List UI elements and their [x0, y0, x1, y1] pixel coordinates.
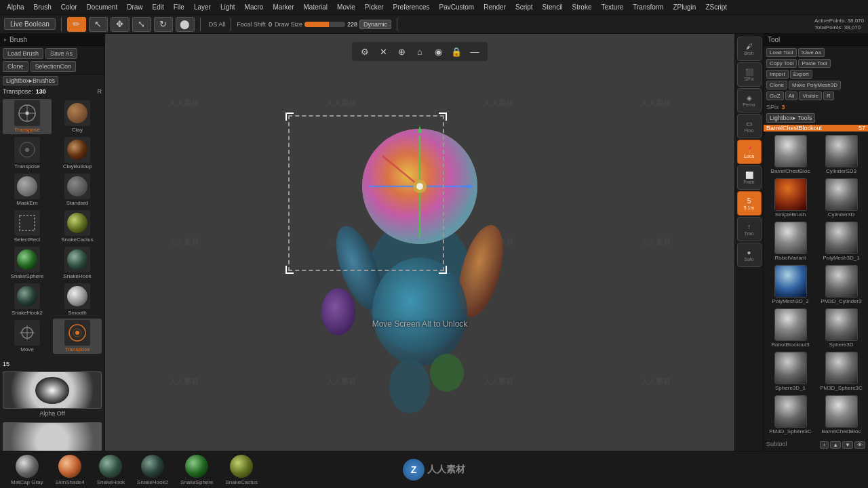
brush-item-selectrect[interactable]: SelectRect: [3, 209, 52, 244]
vp-target-icon[interactable]: ⊕: [394, 44, 409, 59]
subtool-arrow-up[interactable]: ▲: [830, 441, 841, 449]
visible-button[interactable]: Visible: [799, 92, 821, 100]
paste-tool-button[interactable]: Paste Tool: [798, 59, 830, 68]
brush-item-snakehook2[interactable]: SnakeHook2: [3, 282, 52, 317]
tool-barrel-chest-2[interactable]: BarrelChestBloc: [816, 394, 866, 436]
dynamic-button[interactable]: Dynamic: [359, 20, 391, 29]
tool-load-button[interactable]: Load Tool: [766, 48, 797, 57]
menu-item-layer[interactable]: Layer: [190, 2, 215, 12]
brush-item-maskeraser[interactable]: MaskErn: [3, 172, 52, 207]
move-icon[interactable]: ✥: [111, 17, 130, 32]
menu-item-macro[interactable]: Macro: [241, 2, 268, 12]
tool-cylinder3d[interactable]: CylinderSD3: [816, 134, 866, 176]
brush-item-claybuildup[interactable]: ClayBuildup: [53, 136, 102, 171]
menu-item-light[interactable]: Light: [216, 2, 239, 12]
tool-polymesh3d1[interactable]: PolyMesh3D_1: [816, 220, 866, 262]
tool-robotvariant[interactable]: RobotVariant: [766, 220, 815, 262]
lightbox-brushes-btn[interactable]: Lightbox▸Brushes: [3, 76, 58, 85]
subtool-add-button[interactable]: +: [820, 441, 829, 449]
clone-tool-button[interactable]: Clone: [766, 81, 787, 89]
brush-item-standard[interactable]: Standard: [53, 172, 102, 207]
menu-item-zplugin[interactable]: ZPlugin: [669, 2, 700, 12]
matcap-snakecactus[interactable]: SnakeCactus: [220, 453, 263, 487]
save-as-button[interactable]: Save As: [45, 48, 77, 59]
brush-item-clay[interactable]: Clay: [53, 99, 102, 134]
spix-icon-btn[interactable]: ⬛ SPix: [737, 62, 762, 87]
copy-tool-button[interactable]: Copy Tool: [766, 59, 797, 68]
tool-robotblockout3[interactable]: RobotBlockout3: [766, 307, 815, 349]
menu-item-draw[interactable]: Draw: [123, 2, 146, 12]
tool-barrel-chest-blockout[interactable]: BarrelChestBloc: [766, 134, 815, 176]
goz-button[interactable]: GoZ: [766, 92, 784, 100]
rotate-icon[interactable]: ↻: [154, 17, 173, 32]
menu-item-preferences[interactable]: Preferences: [389, 2, 434, 12]
brush-item-transpose3[interactable]: Transpose: [53, 319, 102, 354]
solo-icon-btn[interactable]: ● Solo: [737, 243, 762, 267]
export-button[interactable]: Export: [790, 70, 812, 79]
matcap-matcap-gray[interactable]: MatCap Gray: [5, 453, 49, 487]
fram-icon-btn[interactable]: ⬜ Fram: [737, 165, 762, 190]
brush-item-transpose2[interactable]: Transpose: [3, 136, 52, 171]
menu-item-material[interactable]: Material: [300, 2, 332, 12]
brush-item-move[interactable]: Move: [3, 319, 52, 354]
load-brush-button[interactable]: Load Brush: [3, 48, 43, 59]
floo-icon-btn[interactable]: ▭ Floo: [737, 114, 762, 138]
menu-item-marker[interactable]: Marker: [269, 2, 298, 12]
tool-pm3d-sphere3c[interactable]: PM3D_Sphere3C: [816, 350, 866, 392]
brush-item-snakehook[interactable]: SnakeHook: [53, 245, 102, 281]
subtool-arrow-down[interactable]: ▼: [842, 441, 853, 449]
loca-icon-btn[interactable]: 📍 Loca: [737, 140, 762, 164]
menu-item-stencil[interactable]: Stencil: [538, 2, 567, 12]
clone-brush-button[interactable]: Clone: [3, 61, 28, 72]
tool-polymesh3d2[interactable]: PolyMesh3D_2: [766, 264, 815, 306]
menu-item-transform[interactable]: Transform: [629, 2, 667, 12]
5lm-icon-btn[interactable]: 5 5.1m: [737, 191, 762, 216]
brush-item-snakesphere[interactable]: SnakeSphere: [3, 245, 52, 281]
menu-item-file[interactable]: File: [170, 2, 189, 12]
tool-save-as-button[interactable]: Save As: [798, 48, 825, 57]
menu-item-brush[interactable]: Brush: [30, 2, 56, 12]
make-polymesh-button[interactable]: Make PolyMesh3D: [789, 81, 841, 89]
draw-mode-icon[interactable]: ✏: [67, 17, 86, 32]
tran-icon-btn[interactable]: ↑ Tran: [737, 217, 762, 241]
menu-item-movie[interactable]: Movie: [333, 2, 359, 12]
selection-con-button[interactable]: SelectionCon: [31, 61, 77, 72]
vp-camera-icon[interactable]: ◉: [431, 44, 446, 59]
brush-item-snakecactus[interactable]: SnakeCactus: [53, 209, 102, 244]
menu-item-texture[interactable]: Texture: [597, 2, 627, 12]
viewport[interactable]: 人人素材 人人素材 人人素材 人人素材 人人素材 人人素材 人人素材 人人素材 …: [105, 34, 734, 451]
menu-item-document[interactable]: Document: [83, 2, 122, 12]
brush-item-smooth[interactable]: Smooth: [53, 282, 102, 317]
pemo-icon-btn[interactable]: ◈ Pemo: [737, 88, 762, 113]
matcap-snakehook2[interactable]: SnakeHook2: [132, 453, 174, 487]
vp-lock-icon[interactable]: 🔒: [449, 44, 464, 59]
menu-item-picker[interactable]: Picker: [361, 2, 388, 12]
r-button[interactable]: R: [823, 92, 834, 100]
menu-item-alpha[interactable]: Alpha: [3, 2, 28, 12]
alpha-preview[interactable]: [3, 371, 102, 409]
menu-item-zscript[interactable]: ZScript: [701, 2, 731, 12]
menu-item-render[interactable]: Render: [479, 2, 510, 12]
vp-minus-icon[interactable]: —: [467, 44, 482, 59]
tool-simplebrush[interactable]: SimpleBrush: [766, 177, 815, 219]
tool-pm3d-sphere3c2[interactable]: PM3D_Sphere3C: [766, 394, 815, 436]
all-button[interactable]: All: [785, 92, 798, 100]
lightbox-button[interactable]: Lightbox▸ Tools: [766, 113, 815, 123]
tool-pm3d-cylinder3[interactable]: PM3D_Cylinder3: [816, 264, 866, 306]
brush-item-transpose[interactable]: Transpose: [3, 99, 52, 134]
cursor-icon[interactable]: ↖: [89, 17, 108, 32]
matcap-snakesphere[interactable]: SnakeSphere: [175, 453, 218, 487]
menu-item-color[interactable]: Color: [57, 2, 81, 12]
draw-size-slider[interactable]: [304, 22, 345, 27]
subtool-eye-icon[interactable]: 👁: [854, 441, 865, 449]
misc-icon[interactable]: ⬤: [176, 17, 195, 32]
scale-icon[interactable]: ⤡: [132, 17, 151, 32]
live-boolean-button[interactable]: Live Boolean: [4, 18, 56, 30]
menu-item-pavcustom[interactable]: PavCustom: [435, 2, 479, 12]
tool-cylinder3d-2[interactable]: Cylinder3D: [816, 177, 866, 219]
menu-item-script[interactable]: Script: [511, 2, 537, 12]
texture-preview[interactable]: [3, 422, 102, 451]
import-button[interactable]: Import: [766, 70, 789, 79]
matcap-snakehook[interactable]: SnakeHook: [92, 453, 130, 487]
tool-sphere3d1[interactable]: Sphere3D_1: [766, 350, 815, 392]
